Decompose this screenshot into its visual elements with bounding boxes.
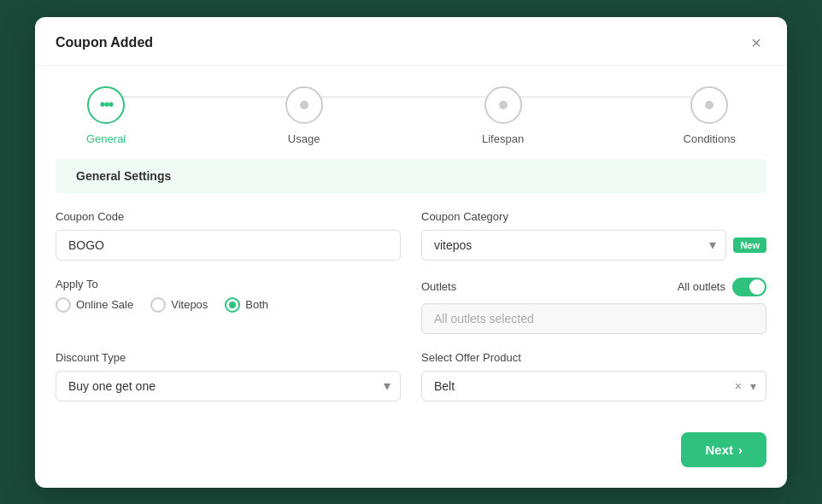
step-lifespan[interactable]: Lifespan — [482, 86, 524, 145]
section-title: General Settings — [76, 169, 171, 183]
all-outlets-toggle[interactable] — [732, 278, 766, 296]
form-row-1: Coupon Code Coupon Category vitepos ▾ Ne… — [56, 210, 766, 261]
clear-icon[interactable]: × — [733, 378, 743, 395]
outlets-value: All outlets selected — [421, 303, 766, 334]
outlets-header: Outlets All outlets — [421, 278, 766, 296]
step-circle-conditions — [690, 86, 728, 124]
step-label-usage: Usage — [288, 132, 320, 145]
radio-group-apply-to: Online Sale Vitepos Both — [56, 297, 401, 313]
form-body: Coupon Code Coupon Category vitepos ▾ Ne… — [35, 210, 787, 401]
coupon-code-label: Coupon Code — [56, 210, 401, 223]
close-button[interactable]: × — [746, 32, 766, 53]
radio-both[interactable]: Both — [225, 297, 268, 313]
next-label: Next — [705, 442, 733, 457]
step-icon-usage — [300, 101, 308, 109]
modal-footer: Next › — [35, 419, 787, 467]
step-general[interactable]: ••• General — [86, 86, 126, 145]
step-conditions[interactable]: Conditions — [684, 86, 736, 145]
radio-label-both: Both — [245, 298, 268, 311]
stepper: ••• General Usage Lifespan Conditions — [35, 66, 787, 159]
coupon-category-col: Coupon Category vitepos ▾ New — [421, 210, 766, 261]
discount-type-select-wrapper: Buy one get one ▾ — [56, 371, 401, 401]
step-label-general: General — [86, 132, 126, 145]
form-row-3: Discount Type Buy one get one ▾ Select O… — [56, 351, 766, 401]
modal: Coupon Added × ••• General Usage Lifespa… — [35, 17, 787, 488]
discount-type-label: Discount Type — [56, 351, 401, 364]
modal-header: Coupon Added × — [35, 17, 787, 66]
step-label-lifespan: Lifespan — [482, 132, 524, 145]
dropdown-icon[interactable]: ▾ — [749, 378, 758, 395]
step-label-conditions: Conditions — [684, 132, 736, 145]
coupon-category-select[interactable]: vitepos — [421, 230, 726, 261]
offer-product-icons: × ▾ — [733, 378, 758, 395]
coupon-code-input[interactable] — [56, 230, 401, 261]
toggle-knob — [749, 279, 765, 295]
radio-label-online-sale: Online Sale — [76, 298, 133, 311]
coupon-code-col: Coupon Code — [56, 210, 401, 261]
step-icon-conditions — [705, 101, 713, 109]
apply-to-col: Apply To Online Sale Vitepos Both — [56, 278, 401, 334]
coupon-category-row: vitepos ▾ New — [421, 230, 766, 261]
offer-product-wrapper: × ▾ — [421, 371, 766, 401]
discount-type-col: Discount Type Buy one get one ▾ — [56, 351, 401, 401]
coupon-category-select-wrapper: vitepos ▾ — [421, 230, 726, 261]
new-badge: New — [733, 237, 766, 253]
offer-product-col: Select Offer Product × ▾ — [421, 351, 766, 401]
step-circle-lifespan — [484, 86, 522, 124]
next-button[interactable]: Next › — [681, 432, 766, 467]
radio-label-vitepos: Vitepos — [171, 298, 208, 311]
radio-circle-vitepos — [150, 297, 166, 313]
stepper-line — [120, 97, 702, 97]
all-outlets-text: All outlets — [678, 280, 725, 293]
offer-product-input[interactable] — [421, 371, 766, 401]
modal-title: Coupon Added — [56, 35, 153, 50]
step-usage[interactable]: Usage — [285, 86, 323, 145]
step-icon-lifespan — [499, 101, 508, 109]
radio-inner-both — [229, 302, 236, 308]
outlets-label: Outlets — [421, 280, 456, 293]
step-icon-general: ••• — [100, 95, 113, 114]
radio-online-sale[interactable]: Online Sale — [56, 297, 133, 313]
coupon-category-label: Coupon Category — [421, 210, 766, 223]
outlets-col: Outlets All outlets All outlets selected — [421, 278, 766, 334]
offer-product-label: Select Offer Product — [421, 351, 766, 364]
step-circle-general: ••• — [87, 86, 125, 124]
radio-circle-both — [225, 297, 240, 313]
discount-type-select[interactable]: Buy one get one — [56, 371, 401, 401]
next-icon: › — [738, 442, 743, 457]
outlets-right: All outlets — [678, 278, 766, 296]
form-row-2: Apply To Online Sale Vitepos Both — [56, 278, 766, 334]
step-circle-usage — [285, 86, 323, 124]
radio-circle-online-sale — [56, 297, 71, 313]
apply-to-label: Apply To — [56, 278, 401, 290]
radio-vitepos[interactable]: Vitepos — [150, 297, 208, 313]
section-header: General Settings — [56, 159, 766, 193]
